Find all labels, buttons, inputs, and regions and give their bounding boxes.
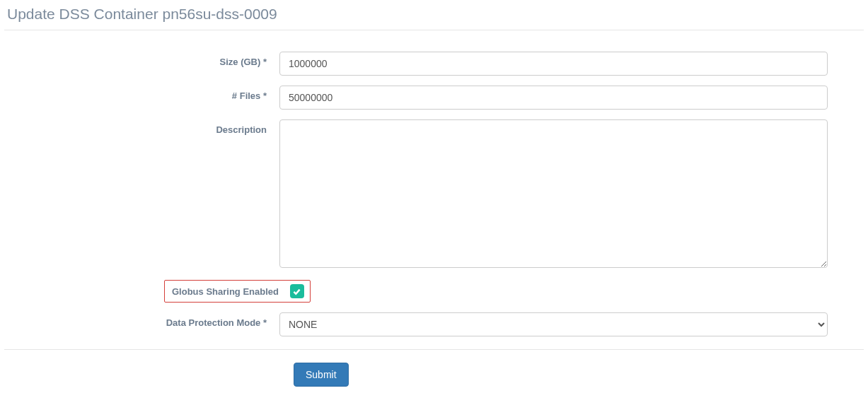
container-form: Size (GB) * # Files * Description Globus…	[0, 30, 868, 336]
protection-select[interactable]: NONE	[279, 312, 828, 336]
label-protection: Data Protection Mode *	[0, 312, 279, 328]
row-description: Description	[0, 119, 868, 270]
label-description: Description	[0, 119, 279, 135]
globus-highlight: Globus Sharing Enabled	[164, 280, 311, 303]
submit-button[interactable]: Submit	[294, 363, 349, 387]
globus-checkbox[interactable]	[290, 284, 304, 298]
page-title: Update DSS Container pn56su-dss-0009	[4, 0, 864, 30]
description-textarea[interactable]	[279, 119, 828, 268]
check-icon	[292, 287, 301, 296]
label-globus: Globus Sharing Enabled	[172, 286, 279, 297]
label-files: # Files *	[0, 86, 279, 101]
row-files: # Files *	[0, 86, 868, 110]
submit-row: Submit	[0, 350, 868, 387]
files-input[interactable]	[279, 86, 828, 110]
row-protection: Data Protection Mode * NONE	[0, 312, 868, 336]
row-size: Size (GB) *	[0, 52, 868, 76]
label-size: Size (GB) *	[0, 52, 279, 67]
size-input[interactable]	[279, 52, 828, 76]
